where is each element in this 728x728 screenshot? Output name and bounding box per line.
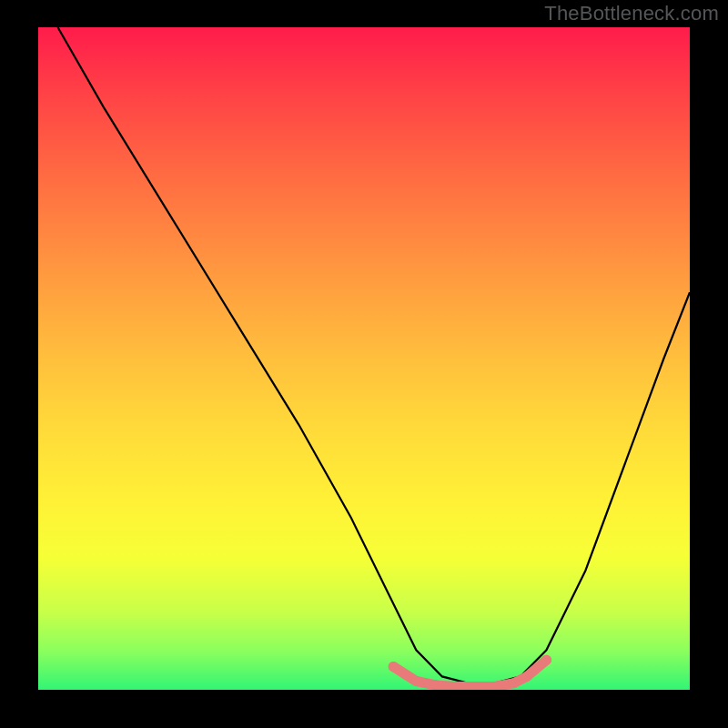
plot-area — [38, 27, 690, 690]
chart-frame: TheBottleneck.com — [0, 0, 728, 728]
watermark-text: TheBottleneck.com — [544, 2, 719, 25]
marker-cap — [541, 655, 551, 665]
curve-path — [58, 27, 691, 683]
chart-overlay — [38, 27, 690, 690]
marker-cap — [389, 662, 399, 672]
flat-region-markers — [389, 655, 551, 687]
